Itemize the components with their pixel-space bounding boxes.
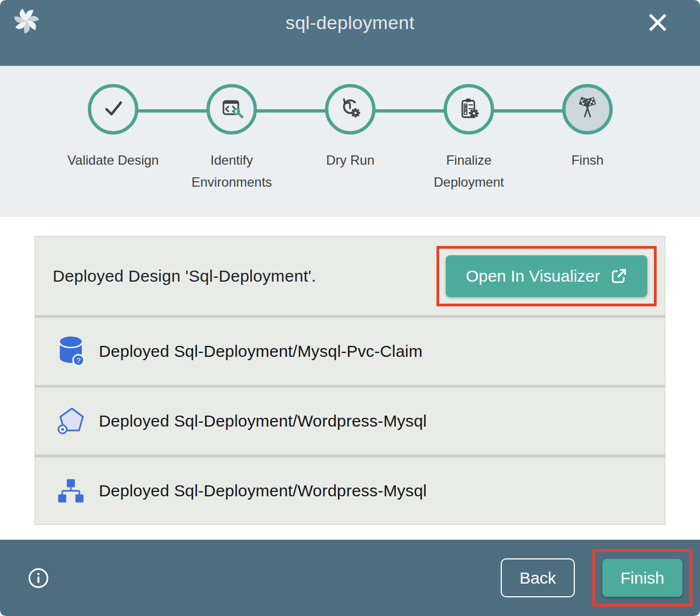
result-list: Deployed Design 'Sql-Deployment'. Open I… [35,236,665,525]
finish-button[interactable]: Finish [602,559,682,597]
step-circle-dry-run[interactable] [325,84,376,135]
deployment-summary-text: Deployed Design 'Sql-Deployment'. [53,267,316,285]
visualizer-highlight-box: Open In Visualizer [436,246,657,306]
pentagon-icon [55,404,87,439]
deployment-summary-row: Deployed Design 'Sql-Deployment'. Open I… [35,237,665,315]
deployment-stepper: Validate Design [0,66,700,217]
deployment-dialog: sql-deployment Validate Design [0,0,700,616]
step-dry-run: Dry Run [291,84,410,193]
step-identify-environments: Identify Environments [172,84,291,193]
database-icon: ? [55,334,87,369]
info-icon[interactable] [27,567,49,589]
deployment-results: Deployed Design 'Sql-Deployment'. Open I… [0,217,700,540]
open-in-visualizer-button[interactable]: Open In Visualizer [446,255,647,297]
topology-icon [55,473,87,508]
history-gear-icon [338,96,362,122]
back-button[interactable]: Back [501,558,575,597]
result-row-text: Deployed Sql-Deployment/Wordpress-Mysql [99,412,427,430]
checkered-flags-icon [575,96,600,123]
result-row-wordpress-mysql-1: Deployed Sql-Deployment/Wordpress-Mysql [35,388,665,455]
step-label: Finalize Deployment [410,149,528,193]
step-label: Identify Environments [172,149,291,193]
step-label: Dry Run [326,149,374,171]
open-in-visualizer-label: Open In Visualizer [466,267,600,285]
step-finalize-deployment: Finalize Deployment [410,84,528,193]
step-label: Finsh [572,149,604,171]
check-icon [101,96,125,122]
dialog-title: sql-deployment [0,12,700,33]
close-icon[interactable] [647,12,669,33]
dialog-footer: Back Finish [0,540,700,616]
step-validate-design: Validate Design [54,84,172,193]
svg-text:?: ? [76,356,80,365]
step-finish: Finsh [528,84,647,193]
step-circle-identify[interactable] [206,84,257,135]
result-row-pvc-claim: ? Deployed Sql-Deployment/Mysql-Pvc-Clai… [35,318,665,385]
checklist-gear-icon [457,96,481,122]
result-row-wordpress-mysql-2: Deployed Sql-Deployment/Wordpress-Mysql [35,457,665,524]
step-circle-finish[interactable] [562,84,613,135]
step-circle-validate[interactable] [88,84,138,135]
result-row-text: Deployed Sql-Deployment/Wordpress-Mysql [99,481,427,500]
code-config-icon [220,96,244,122]
dialog-header: sql-deployment [0,0,700,66]
result-row-text: Deployed Sql-Deployment/Mysql-Pvc-Claim [99,342,423,361]
step-label: Validate Design [68,149,159,171]
finish-highlight-box: Finish [592,549,692,607]
external-link-icon [610,267,628,285]
step-circle-finalize[interactable] [444,84,494,135]
